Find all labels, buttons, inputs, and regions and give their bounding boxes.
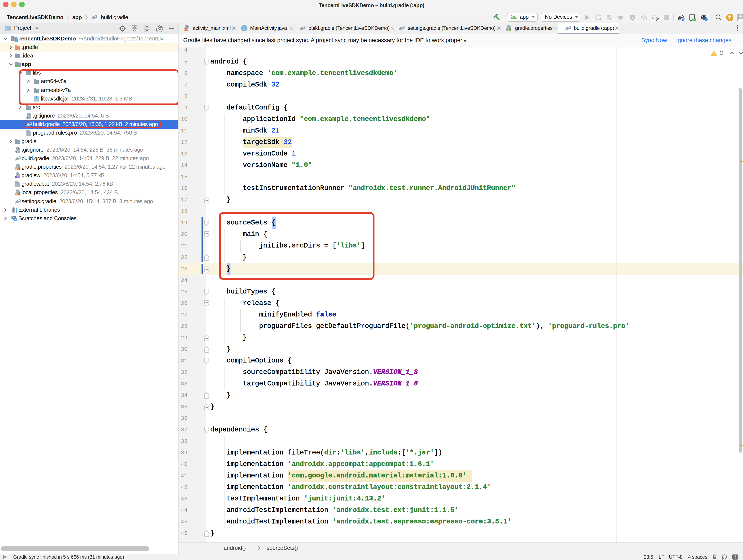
svg-text:<>: <> [184,28,188,32]
svg-text:A: A [600,17,602,21]
svg-text:C++: C++ [15,176,19,178]
svg-text:C: C [243,26,246,31]
